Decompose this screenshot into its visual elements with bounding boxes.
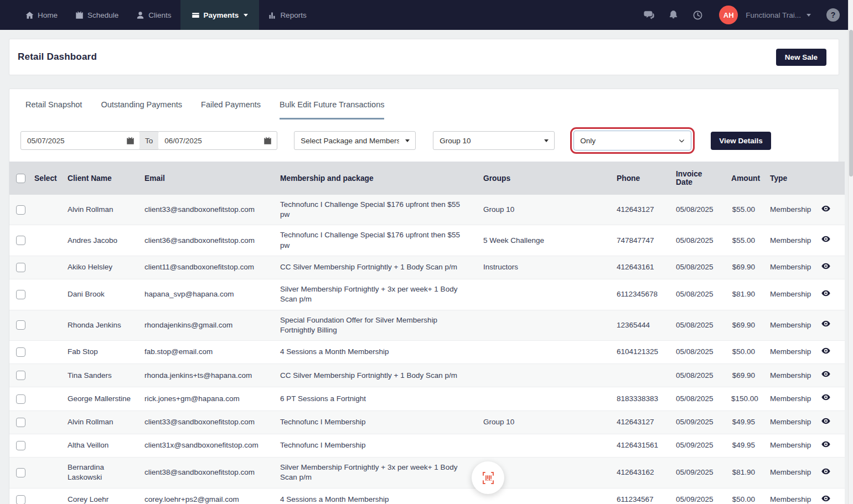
table-row: Rhonda Jenkins rhondajenkins@gmail.com S… (9, 310, 845, 340)
group-select[interactable]: Group 10 (433, 131, 555, 150)
chevron-down-icon (405, 139, 410, 142)
top-navbar: Home Schedule Clients Payments Reports (0, 0, 853, 30)
cell-amount: $50.00 (725, 488, 763, 504)
cell-groups (477, 340, 610, 363)
row-checkbox[interactable] (16, 290, 25, 299)
row-checkbox[interactable] (16, 263, 25, 272)
row-checkbox[interactable] (16, 394, 25, 404)
nav-item-clients[interactable]: Clients (127, 0, 180, 30)
credit-card-icon (192, 11, 200, 19)
row-checkbox[interactable] (16, 495, 25, 504)
select-all-checkbox[interactable] (16, 174, 25, 183)
view-row-button[interactable] (821, 288, 831, 298)
view-row-button[interactable] (821, 346, 831, 356)
cell-client-name: Tina Sanders (61, 364, 138, 387)
view-row-button[interactable] (821, 204, 831, 214)
cell-type: Membership (763, 195, 814, 225)
account-name: Functional Trai... (746, 11, 801, 19)
view-row-button[interactable] (821, 319, 831, 329)
view-row-button[interactable] (821, 234, 831, 244)
chevron-down-icon (544, 139, 549, 142)
main-panel: Retail Snapshot Outstanding Payments Fai… (9, 89, 839, 504)
table-row: Bernardina Laskowski client38@sandboxone… (9, 458, 845, 488)
row-checkbox[interactable] (16, 236, 25, 245)
cell-invoice-date: 05/09/2025 (669, 488, 725, 504)
view-row-button[interactable] (821, 392, 831, 402)
row-checkbox[interactable] (16, 441, 25, 450)
cell-membership: 4 Sessions a Month Membership (273, 340, 477, 363)
eye-icon (821, 466, 831, 476)
cell-invoice-date: 05/08/2025 (669, 387, 725, 411)
row-checkbox[interactable] (16, 418, 25, 427)
cell-email: client33@sandboxonefitstop.com (138, 195, 273, 225)
cell-invoice-date: 05/09/2025 (669, 434, 725, 457)
cell-client-name: Andres Jacobo (61, 225, 138, 256)
nav-item-home[interactable]: Home (17, 0, 66, 30)
new-sale-button[interactable]: New Sale (776, 49, 826, 66)
history-button[interactable] (689, 7, 706, 23)
nav-item-payments[interactable]: Payments (180, 0, 260, 30)
view-row-button[interactable] (821, 466, 831, 476)
cell-email: fab.stop@email.com (138, 340, 273, 363)
table-row: Akiko Helsley client11@sandboxonefitstop… (9, 256, 845, 279)
nav-item-reports[interactable]: Reports (259, 0, 315, 30)
cell-invoice-date: 05/08/2025 (669, 225, 725, 256)
col-amount: Amount (725, 162, 763, 195)
eye-icon (821, 261, 831, 271)
row-checkbox[interactable] (16, 347, 25, 357)
cell-client-name: Alvin Rollman (61, 195, 138, 225)
nav-item-schedule[interactable]: Schedule (66, 0, 127, 30)
account-menu[interactable]: Functional Trai... (746, 11, 811, 19)
table-row: George Mallerstine rick.jones+gm@hapana.… (9, 387, 845, 411)
tab-retail-snapshot[interactable]: Retail Snapshot (25, 100, 82, 119)
cell-amount: $150.00 (725, 387, 763, 411)
date-from-input[interactable]: 05/07/2025 (20, 131, 140, 150)
cell-type: Membership (763, 458, 814, 488)
cell-amount: $81.90 (725, 458, 763, 488)
cell-type: Membership (763, 225, 814, 256)
nav-label: Home (38, 11, 58, 19)
nav-label: Clients (148, 11, 171, 19)
date-to-input[interactable]: 06/07/2025 (158, 131, 277, 150)
tab-outstanding-payments[interactable]: Outstanding Payments (101, 100, 182, 119)
bell-icon (668, 10, 679, 20)
scrollbar-thumb[interactable] (849, 30, 853, 176)
row-checkbox[interactable] (16, 371, 25, 380)
cell-invoice-date: 05/08/2025 (669, 340, 725, 363)
view-row-button[interactable] (821, 439, 831, 449)
vertical-scrollbar[interactable] (848, 0, 853, 504)
date-from-value: 05/07/2025 (27, 137, 65, 145)
cell-groups: 5 Week Challenge (477, 225, 610, 256)
cell-email: client38@sandboxonefitstop.com (138, 458, 273, 488)
view-row-button[interactable] (821, 261, 831, 271)
cell-invoice-date: 05/09/2025 (669, 411, 725, 434)
only-select[interactable]: Only (573, 131, 691, 150)
chat-button[interactable] (640, 7, 657, 23)
cell-amount: $49.95 (725, 411, 763, 434)
package-membership-select[interactable]: Select Package and Membership (294, 131, 416, 150)
view-row-button[interactable] (821, 369, 831, 379)
tab-bulk-edit-future-transactions[interactable]: Bulk Edit Future Transactions (280, 100, 384, 119)
view-row-button[interactable] (821, 493, 831, 503)
page-header: Retail Dashboard New Sale (9, 39, 839, 75)
page-title: Retail Dashboard (18, 51, 97, 63)
cell-client-name: Fab Stop (61, 340, 138, 363)
avatar[interactable]: AH (719, 6, 738, 24)
view-details-button[interactable]: View Details (711, 132, 771, 150)
col-client-name: Client Name (61, 162, 138, 195)
cell-phone: 747847747 (610, 225, 669, 256)
cell-email: client31x@sandboxonefitstop.com (138, 434, 273, 457)
help-button[interactable]: ? (826, 8, 840, 22)
row-checkbox[interactable] (16, 205, 25, 215)
cell-phone: 6104121325 (610, 340, 669, 363)
group-select-value: Group 10 (440, 137, 471, 145)
notifications-button[interactable] (665, 7, 681, 23)
barcode-scan-button[interactable] (472, 461, 504, 494)
view-row-button[interactable] (821, 416, 831, 426)
row-checkbox[interactable] (16, 468, 25, 477)
cell-groups (477, 364, 610, 387)
tab-failed-payments[interactable]: Failed Payments (201, 100, 261, 119)
cell-membership: Technofunc I Challenge Special $176 upfr… (273, 225, 477, 256)
cell-phone: 412643161 (610, 256, 669, 279)
row-checkbox[interactable] (16, 320, 25, 330)
